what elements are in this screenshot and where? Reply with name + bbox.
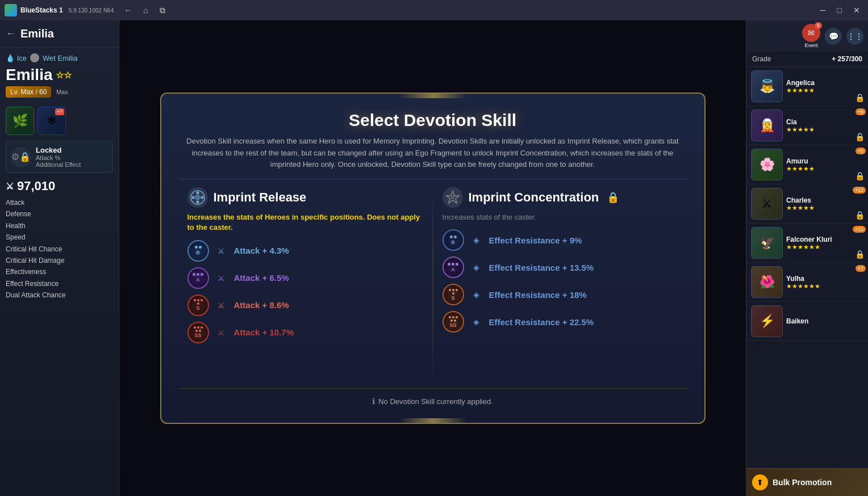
stat-dual-attack: Dual Attack Chance (6, 289, 113, 301)
bulk-promotion-button[interactable]: ⬆ Bulk Promotion (746, 468, 868, 496)
resist-row-a: A ◈ Effect Resistance + 13.5% (443, 257, 678, 278)
modal-divider-top (178, 179, 687, 179)
hero-name-angelica: Angelica (786, 79, 863, 87)
imprint-release-column: Imprint Release Increases the stats of H… (178, 187, 432, 380)
skill-value-s: Attack + 8.6% (234, 300, 289, 310)
left-panel: ← Emilia 💧 Ice Wet Emilia Emilia ☆☆ Lv. … (0, 20, 119, 496)
hero-list-item-charles[interactable]: ⚔ Charles ★★★★★ +12 🔒 (746, 184, 868, 224)
hero-avatar-falconer-kluri: 🦅 (751, 227, 783, 259)
locked-sub2: Additional Effect (36, 161, 81, 168)
hero-stars: ☆☆ (56, 70, 72, 81)
hero-soul-wet-label: Wet Emilia (43, 54, 78, 62)
imprint-release-description: Increases the stats of Heroes in specifi… (187, 212, 423, 233)
hero-item-slot-1[interactable]: 🌿 (6, 107, 34, 135)
close-button[interactable]: ✕ (850, 5, 863, 16)
modal-description: Devotion Skill increases when the same H… (178, 136, 687, 171)
attack-icon-a: ⚔ (215, 271, 228, 285)
hero-list-item-baiken[interactable]: ⚡ Baiken (746, 302, 868, 341)
grade-row: Grade + 257/300 (746, 52, 868, 67)
hero-name-falconer-kluri: Falconer Kluri (786, 236, 863, 243)
hero-info-yulha: Yulha ★★★★★★ (786, 275, 863, 290)
hero-badge-yulha: +7 (856, 265, 866, 272)
hero-stars-amuru: ★★★★★ (786, 165, 863, 173)
resist-row-ss: SS ◈ Effect Resistance + 22.5% (443, 311, 678, 333)
imprint-release-icon (187, 187, 208, 208)
imprint-concentration-skills: B ◈ Effect Resistance + 9% (443, 229, 678, 338)
grade-label: Grade (752, 55, 771, 63)
resist-effect-icon-b: ◈ (470, 233, 483, 247)
back-nav-button[interactable]: ← (120, 5, 135, 16)
resist-rank-s-icon: S (443, 284, 464, 305)
resist-rank-a-icon: A (443, 257, 464, 278)
event-badge[interactable]: ✉ 5 Event (802, 24, 820, 48)
skill-row-b[interactable]: B ⚔ Attack + 4.3% (187, 240, 423, 262)
stat-attack: Attack (6, 197, 113, 208)
hero-stars-angelica: ★★★★★ (786, 87, 863, 94)
resist-effect-icon-s: ◈ (470, 288, 483, 301)
hero-name-charles: Charles (786, 196, 863, 204)
skill-value-b: Attack + 4.3% (234, 246, 289, 255)
devotion-skill-modal: Select Devotion Skill Devotion Skill inc… (160, 93, 706, 424)
windows-nav-button[interactable]: ⧉ (156, 5, 169, 16)
nav-buttons: ← ⌂ ⧉ (120, 5, 168, 16)
resist-row-b: B ◈ Effect Resistance + 9% (443, 229, 678, 251)
modal-notice: ℹ No Devotion Skill currently applied. (178, 397, 687, 406)
hero-list-item-cia[interactable]: 🧝 Cia ★★★★★ +8 🔒 (746, 106, 868, 145)
maximize-button[interactable]: □ (834, 5, 845, 16)
hero-list-item-amuru[interactable]: 🌸 Amuru ★★★★★ +5 🔒 (746, 145, 868, 184)
attack-icon-s: ⚔ (215, 299, 228, 312)
stat-speed: Speed (6, 232, 113, 243)
chat-button[interactable]: 💬 (825, 28, 842, 45)
resist-rank-ss-icon: SS (443, 311, 464, 333)
skill-row-ss[interactable]: SS ⚔ Attack + 10.7% (187, 322, 423, 343)
hero-list-item-yulha[interactable]: 🌺 Yulha ★★★★★★ +7 (746, 263, 868, 302)
svg-point-1 (195, 195, 201, 200)
top-bar: BlueStacks 1 5.9.130.1002 N64 ← ⌂ ⧉ ─ □ … (0, 0, 868, 20)
hero-level-badge: Lv. Max / 60 (6, 86, 51, 98)
hero-list-item-angelica[interactable]: 👼 Angelica ★★★★★ 🔒 (746, 67, 868, 106)
app-name: BlueStacks 1 (20, 6, 63, 14)
stat-crit-chance: Critical Hit Chance (6, 243, 113, 255)
locked-skill-info: Locked Attack % Additional Effect (36, 146, 81, 168)
hero-stars-charles: ★★★★★ (786, 204, 863, 212)
minimize-button[interactable]: ─ (817, 5, 829, 16)
imprint-release-header: Imprint Release (187, 187, 423, 208)
rank-a-icon: A (187, 267, 209, 289)
skill-row-a[interactable]: A ⚔ Attack + 6.5% (187, 267, 423, 289)
hero-avatar-charles: ⚔ (751, 188, 783, 220)
stat-effect-resistance: Effect Resistance (6, 278, 113, 289)
resist-effect-icon-ss: ◈ (470, 315, 483, 329)
locked-label: Locked (36, 146, 81, 154)
locked-skill[interactable]: ⚙🔒 Locked Attack % Additional Effect (6, 141, 113, 173)
resist-value-s: Effect Resistance + 18% (489, 290, 587, 300)
hero-avatar-yulha: 🌺 (751, 266, 783, 298)
hero-info-baiken: Baiken (786, 317, 863, 325)
hero-list-item-falconer-kluri[interactable]: 🦅 Falconer Kluri ★★★★★★ +11 🔒 (746, 224, 868, 263)
hero-type-row: 💧 Ice Wet Emilia (6, 53, 113, 62)
hero-item-slot-2[interactable]: ❄ +7 (37, 107, 66, 135)
resist-value-ss: Effect Resistance + 22.5% (489, 317, 594, 327)
attack-icon-b: ⚔ (215, 244, 228, 258)
imprint-concentration-column: Imprint Concentration 🔒 Increases stats … (433, 187, 687, 380)
combat-power: ⚔ 97,010 (6, 179, 113, 194)
modal-columns: Imprint Release Increases the stats of H… (178, 187, 687, 380)
bulk-promotion-label: Bulk Promotion (773, 478, 832, 487)
stat-effectiveness: Effectiveness (6, 266, 113, 278)
back-button[interactable]: ← (6, 28, 16, 40)
skill-row-s[interactable]: S ⚔ Attack + 8.6% (187, 295, 423, 316)
hero-lock-amuru: 🔒 (855, 171, 865, 180)
hero-badge-cia: +8 (856, 108, 866, 115)
skill-value-ss: Attack + 10.7% (234, 327, 294, 337)
locked-sub1: Attack % (36, 154, 81, 161)
rank-s-icon: S (187, 295, 209, 316)
app-logo-icon (5, 4, 17, 16)
hero-stars-yulha: ★★★★★★ (786, 283, 863, 290)
home-nav-button[interactable]: ⌂ (140, 5, 151, 16)
bulk-promotion-icon: ⬆ (752, 474, 768, 490)
svg-point-4 (191, 196, 194, 199)
menu-button[interactable]: ⋮⋮ (846, 28, 863, 45)
imprint-concentration-icon (443, 187, 463, 208)
event-label: Event (804, 43, 817, 48)
event-count: 5 (815, 22, 822, 29)
stat-health: Health (6, 220, 113, 232)
